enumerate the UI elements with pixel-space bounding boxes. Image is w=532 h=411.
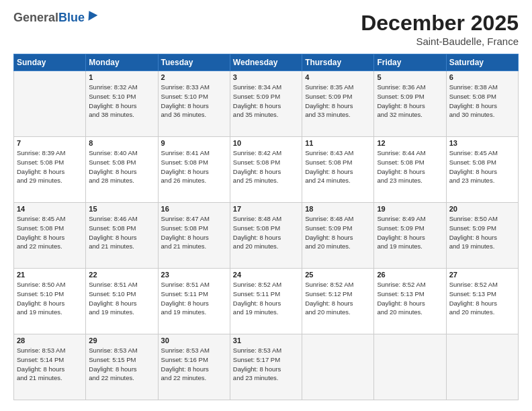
daylight-minutes: and 23 minutes. (377, 176, 443, 185)
day-number: 29 (89, 336, 154, 345)
logo-bird-icon (85, 8, 98, 20)
sunset-text: Sunset: 5:08 PM (161, 224, 227, 233)
daylight-hours: Daylight: 8 hours (305, 101, 371, 111)
sunset-text: Sunset: 5:11 PM (161, 289, 227, 299)
col-header-wednesday: Wednesday (230, 54, 302, 71)
daylight-minutes: and 23 minutes. (233, 373, 299, 383)
calendar-cell: 26Sunrise: 8:52 AMSunset: 5:13 PMDayligh… (374, 269, 446, 334)
sunrise-text: Sunrise: 8:53 AM (89, 346, 154, 355)
day-number: 17 (233, 205, 299, 213)
sunset-text: Sunset: 5:09 PM (377, 224, 443, 233)
daylight-hours: Daylight: 8 hours (89, 299, 154, 308)
daylight-minutes: and 21 minutes. (161, 242, 227, 251)
sunset-text: Sunset: 5:09 PM (305, 92, 371, 101)
sunset-text: Sunset: 5:08 PM (17, 224, 83, 233)
day-info: Sunrise: 8:46 AMSunset: 5:08 PMDaylight:… (89, 214, 154, 251)
sunset-text: Sunset: 5:08 PM (17, 158, 83, 167)
daylight-minutes: and 38 minutes. (89, 110, 154, 120)
daylight-minutes: and 32 minutes. (377, 110, 443, 120)
calendar-cell: 20Sunrise: 8:50 AMSunset: 5:09 PMDayligh… (446, 203, 518, 269)
sunset-text: Sunset: 5:08 PM (89, 158, 154, 167)
daylight-hours: Daylight: 8 hours (377, 101, 443, 111)
daylight-minutes: and 20 minutes. (233, 242, 299, 251)
day-number: 25 (305, 271, 371, 279)
daylight-minutes: and 35 minutes. (233, 110, 299, 120)
calendar-cell: 21Sunrise: 8:50 AMSunset: 5:10 PMDayligh… (14, 269, 86, 334)
day-number: 1 (89, 73, 154, 81)
day-number: 2 (161, 73, 227, 81)
day-info: Sunrise: 8:45 AMSunset: 5:08 PMDaylight:… (449, 148, 515, 185)
sunrise-text: Sunrise: 8:50 AM (449, 214, 515, 224)
daylight-hours: Daylight: 8 hours (449, 167, 515, 177)
day-info: Sunrise: 8:51 AMSunset: 5:10 PMDaylight:… (89, 280, 154, 317)
daylight-minutes: and 28 minutes. (89, 176, 154, 185)
day-number: 23 (161, 271, 227, 279)
sunset-text: Sunset: 5:08 PM (449, 158, 515, 167)
day-number: 21 (17, 271, 83, 279)
logo-text: GeneralBlue (13, 11, 85, 25)
sunrise-text: Sunrise: 8:53 AM (233, 346, 299, 355)
day-info: Sunrise: 8:52 AMSunset: 5:11 PMDaylight:… (233, 280, 299, 317)
sunset-text: Sunset: 5:09 PM (305, 224, 371, 233)
calendar-cell: 11Sunrise: 8:43 AMSunset: 5:08 PMDayligh… (302, 137, 374, 203)
day-number: 31 (233, 336, 299, 345)
daylight-hours: Daylight: 8 hours (17, 233, 83, 242)
daylight-minutes: and 19 minutes. (89, 308, 154, 317)
calendar-cell: 13Sunrise: 8:45 AMSunset: 5:08 PMDayligh… (446, 137, 518, 203)
day-info: Sunrise: 8:43 AMSunset: 5:08 PMDaylight:… (305, 148, 371, 185)
daylight-minutes: and 22 minutes. (161, 373, 227, 383)
sunset-text: Sunset: 5:10 PM (161, 92, 227, 101)
calendar-cell (374, 334, 446, 400)
day-info: Sunrise: 8:44 AMSunset: 5:08 PMDaylight:… (377, 148, 443, 185)
day-info: Sunrise: 8:45 AMSunset: 5:08 PMDaylight:… (17, 214, 83, 251)
calendar-cell: 8Sunrise: 8:40 AMSunset: 5:08 PMDaylight… (86, 137, 158, 203)
calendar-cell: 24Sunrise: 8:52 AMSunset: 5:11 PMDayligh… (230, 269, 302, 334)
daylight-hours: Daylight: 8 hours (377, 167, 443, 177)
sunrise-text: Sunrise: 8:40 AM (89, 148, 154, 158)
header: GeneralBlue December 2025 Saint-Baudelle… (13, 11, 519, 47)
sunset-text: Sunset: 5:08 PM (377, 158, 443, 167)
day-number: 30 (161, 336, 227, 345)
day-number: 14 (17, 205, 83, 213)
calendar-cell: 2Sunrise: 8:33 AMSunset: 5:10 PMDaylight… (158, 71, 230, 137)
sunset-text: Sunset: 5:11 PM (233, 289, 299, 299)
day-info: Sunrise: 8:49 AMSunset: 5:09 PMDaylight:… (377, 214, 443, 251)
col-header-sunday: Sunday (14, 54, 86, 71)
day-number: 19 (377, 205, 443, 213)
day-info: Sunrise: 8:53 AMSunset: 5:15 PMDaylight:… (89, 346, 154, 383)
title-area: December 2025 Saint-Baudelle, France (361, 11, 519, 47)
daylight-hours: Daylight: 8 hours (161, 233, 227, 242)
day-number: 4 (305, 73, 371, 81)
calendar-cell: 12Sunrise: 8:44 AMSunset: 5:08 PMDayligh… (374, 137, 446, 203)
calendar-cell: 23Sunrise: 8:51 AMSunset: 5:11 PMDayligh… (158, 269, 230, 334)
day-number: 6 (449, 73, 515, 81)
calendar-cell: 27Sunrise: 8:52 AMSunset: 5:13 PMDayligh… (446, 269, 518, 334)
daylight-hours: Daylight: 8 hours (377, 299, 443, 308)
sunset-text: Sunset: 5:16 PM (161, 355, 227, 365)
calendar-cell (446, 334, 518, 400)
sunrise-text: Sunrise: 8:36 AM (377, 83, 443, 92)
day-number: 27 (449, 271, 515, 279)
day-info: Sunrise: 8:52 AMSunset: 5:13 PMDaylight:… (377, 280, 443, 317)
daylight-hours: Daylight: 8 hours (89, 167, 154, 177)
day-info: Sunrise: 8:34 AMSunset: 5:09 PMDaylight:… (233, 83, 299, 120)
calendar-cell: 16Sunrise: 8:47 AMSunset: 5:08 PMDayligh… (158, 203, 230, 269)
daylight-minutes: and 21 minutes. (89, 242, 154, 251)
daylight-hours: Daylight: 8 hours (233, 167, 299, 177)
day-number: 10 (233, 139, 299, 147)
daylight-hours: Daylight: 8 hours (233, 299, 299, 308)
sunrise-text: Sunrise: 8:41 AM (161, 148, 227, 158)
sunset-text: Sunset: 5:08 PM (233, 158, 299, 167)
sunset-text: Sunset: 5:08 PM (449, 92, 515, 101)
sunset-text: Sunset: 5:08 PM (89, 224, 154, 233)
daylight-hours: Daylight: 8 hours (17, 299, 83, 308)
daylight-hours: Daylight: 8 hours (449, 299, 515, 308)
logo: GeneralBlue (13, 11, 95, 25)
daylight-minutes: and 25 minutes. (233, 176, 299, 185)
day-number: 22 (89, 271, 154, 279)
page: GeneralBlue December 2025 Saint-Baudelle… (0, 0, 532, 411)
sunset-text: Sunset: 5:08 PM (305, 158, 371, 167)
daylight-hours: Daylight: 8 hours (233, 233, 299, 242)
day-info: Sunrise: 8:33 AMSunset: 5:10 PMDaylight:… (161, 83, 227, 120)
day-info: Sunrise: 8:51 AMSunset: 5:11 PMDaylight:… (161, 280, 227, 317)
